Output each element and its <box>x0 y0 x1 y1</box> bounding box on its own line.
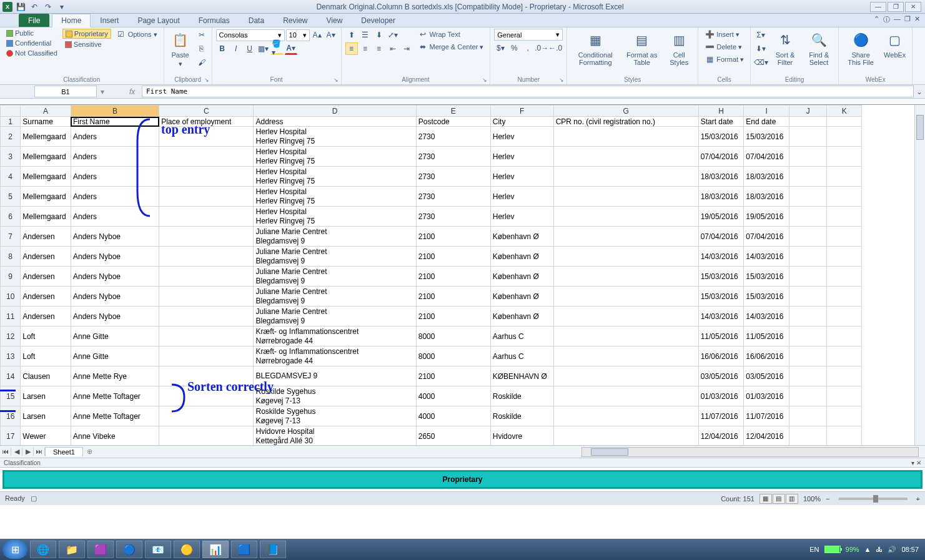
row-header[interactable]: 4 <box>1 167 21 187</box>
cell[interactable] <box>553 426 698 446</box>
cell[interactable] <box>827 287 862 307</box>
cell[interactable] <box>827 207 862 227</box>
cell[interactable]: Herlev <box>490 127 553 147</box>
tab-data[interactable]: Data <box>239 14 274 27</box>
cell[interactable]: Anders Nyboe <box>71 227 159 247</box>
cell[interactable] <box>789 366 827 386</box>
cell[interactable]: 11/05/2016 <box>744 327 789 346</box>
col-header[interactable]: C <box>159 106 254 117</box>
cell[interactable] <box>159 366 254 386</box>
cell[interactable]: Anne Vibeke <box>71 426 159 446</box>
cell[interactable]: Andersen <box>21 287 71 307</box>
insert-button[interactable]: ➕Insert▾ <box>702 29 746 40</box>
cell[interactable] <box>553 127 698 147</box>
cell[interactable]: Anders <box>71 207 159 227</box>
cell[interactable] <box>159 307 254 327</box>
row-header[interactable]: 1 <box>1 117 21 127</box>
cell[interactable]: Mellemgaard <box>21 207 71 227</box>
macro-rec-icon[interactable]: ▢ <box>31 494 37 502</box>
cell[interactable] <box>159 147 254 167</box>
row-header[interactable]: 13 <box>1 346 21 366</box>
cell[interactable]: Roskilde Sygehus Køgevej 7-13 <box>254 406 416 426</box>
fill-icon[interactable]: ⬇▾ <box>754 42 767 55</box>
cell[interactable]: 2100 <box>416 267 490 287</box>
webex-button[interactable]: ▢WebEx <box>881 29 908 60</box>
cell[interactable]: Anders <box>71 147 159 167</box>
cell[interactable]: Anne Gitte <box>71 346 159 366</box>
name-box[interactable]: B1 <box>34 86 97 97</box>
taskbar-app2-icon[interactable]: 🔵 <box>116 541 142 558</box>
cell[interactable]: Kræft- og Inflammationscentret Nørrebrog… <box>254 346 416 366</box>
cell[interactable] <box>789 327 827 346</box>
cell[interactable]: 18/03/2016 <box>698 187 744 207</box>
taskbar-explorer-icon[interactable]: 📁 <box>59 541 85 558</box>
cell[interactable]: Kræft- og Inflammationscentret Nørrebrog… <box>254 327 416 346</box>
cell[interactable]: Loft <box>21 327 71 346</box>
row-header[interactable]: 11 <box>1 307 21 327</box>
cell[interactable]: 01/03/2016 <box>744 386 789 406</box>
find-select-button[interactable]: 🔍Find & Select <box>803 29 834 67</box>
cell[interactable]: 2730 <box>416 147 490 167</box>
inc-decimal-icon[interactable]: .0→ <box>535 42 548 54</box>
alignment-launcher-icon[interactable]: ↘ <box>482 77 487 83</box>
fx-icon[interactable]: fx <box>129 87 142 96</box>
cell[interactable]: 2100 <box>416 307 490 327</box>
cell[interactable] <box>789 147 827 167</box>
cell[interactable] <box>553 187 698 207</box>
cell[interactable]: Anne Gitte <box>71 327 159 346</box>
sort-filter-button[interactable]: ⇅Sort & Filter <box>769 29 801 67</box>
cell[interactable]: 16/06/2016 <box>744 346 789 366</box>
align-center-icon[interactable]: ≡ <box>359 42 372 55</box>
cell[interactable] <box>159 187 254 207</box>
cell[interactable]: Postcode <box>416 117 490 127</box>
number-format-select[interactable]: General▾ <box>494 29 563 41</box>
cell[interactable]: København Ø <box>490 287 553 307</box>
cell[interactable]: 2730 <box>416 167 490 187</box>
row-header[interactable]: 12 <box>1 327 21 346</box>
cell[interactable]: Andersen <box>21 247 71 267</box>
cell[interactable] <box>553 386 698 406</box>
cell[interactable]: 07/04/2016 <box>698 227 744 247</box>
cell[interactable]: 2100 <box>416 287 490 307</box>
vertical-scrollbar[interactable] <box>914 105 925 445</box>
formula-expand-icon[interactable]: ⌄ <box>914 87 925 96</box>
tab-file[interactable]: File <box>19 14 49 27</box>
not-classified-btn[interactable]: Not Classified <box>4 49 60 57</box>
cell[interactable] <box>553 307 698 327</box>
col-header[interactable]: D <box>254 106 416 117</box>
cell[interactable]: Roskilde <box>490 406 553 426</box>
col-header[interactable]: A <box>21 106 71 117</box>
tab-view[interactable]: View <box>317 14 352 27</box>
taskbar-app1-icon[interactable]: 🟪 <box>87 541 114 558</box>
cell[interactable]: City <box>490 117 553 127</box>
minimize-ribbon-icon[interactable]: ⌃ <box>874 15 879 24</box>
cell[interactable] <box>159 127 254 147</box>
dec-decimal-icon[interactable]: ←.0 <box>549 42 561 54</box>
cell[interactable]: Roskilde <box>490 386 553 406</box>
cell[interactable]: Anne Mette Rye <box>71 366 159 386</box>
cell[interactable]: 4000 <box>416 386 490 406</box>
cell[interactable]: Anders Nyboe <box>71 307 159 327</box>
align-left-icon[interactable]: ≡ <box>345 42 358 55</box>
cell[interactable] <box>789 187 827 207</box>
zoom-out-icon[interactable]: − <box>826 495 829 503</box>
cell[interactable]: København Ø <box>490 267 553 287</box>
cell[interactable]: Juliane Marie Centret Blegdamsvej 9 <box>254 287 416 307</box>
sheet-nav-next-icon[interactable]: ▶ <box>22 448 34 456</box>
wrap-text-button[interactable]: ↩Wrap Text <box>415 29 487 40</box>
redo-icon[interactable]: ↷ <box>42 1 54 12</box>
col-header[interactable]: F <box>490 106 553 117</box>
col-header[interactable]: B <box>71 106 159 117</box>
cell[interactable]: Start date <box>698 117 744 127</box>
cell[interactable]: Andersen <box>21 267 71 287</box>
mdi-close-icon[interactable]: ✕ <box>914 15 920 24</box>
cell[interactable]: København Ø <box>490 247 553 267</box>
cell[interactable] <box>159 426 254 446</box>
cell[interactable]: 8000 <box>416 327 490 346</box>
sheet-nav-first-icon[interactable]: ⏮ <box>0 448 11 456</box>
row-header[interactable]: 16 <box>1 406 21 426</box>
share-file-button[interactable]: 🔵Share This File <box>843 29 879 67</box>
cell[interactable]: CPR no. (civil registration no.) <box>553 117 698 127</box>
cell[interactable]: Anders <box>71 127 159 147</box>
sheet-nav-last-icon[interactable]: ⏭ <box>34 448 45 456</box>
